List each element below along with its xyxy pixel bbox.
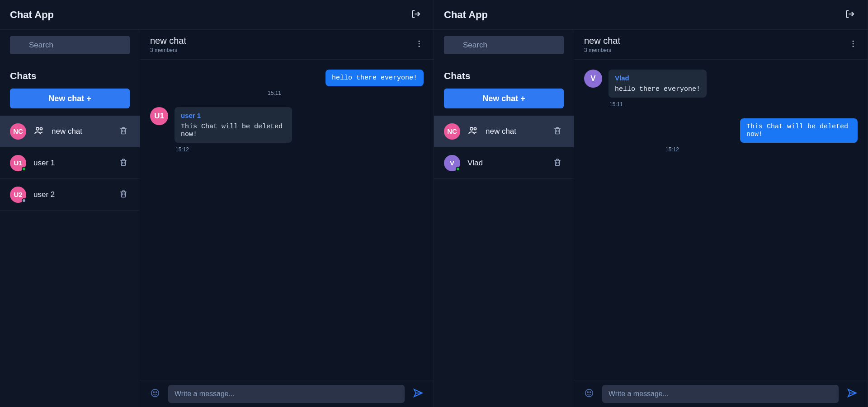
app-title: Chat App xyxy=(444,9,488,21)
message-bubble: This Chat will be deleted now! xyxy=(740,118,858,143)
chat-list-item[interactable]: U2 user 2 xyxy=(0,179,140,211)
emoji-button[interactable] xyxy=(148,386,162,401)
new-chat-button[interactable]: New chat + xyxy=(444,89,564,108)
chat-header: new chat 3 members xyxy=(140,30,434,60)
chat-subtitle: 3 members xyxy=(584,47,620,53)
chat-list-item[interactable]: NC new chat xyxy=(0,116,140,147)
search-input[interactable] xyxy=(28,36,124,54)
svg-point-19 xyxy=(590,392,591,393)
topbar: Chat App xyxy=(434,0,868,30)
emoji-icon xyxy=(150,388,160,398)
logout-button[interactable] xyxy=(408,6,424,23)
send-button[interactable] xyxy=(845,386,859,402)
message-author: Vlad xyxy=(615,74,700,82)
chat-title: new chat xyxy=(584,36,620,46)
input-bar xyxy=(140,380,434,407)
group-icon xyxy=(33,125,44,138)
logout-icon xyxy=(845,9,855,19)
messages: hello there everyone! 15:11 U1 user 1 Th… xyxy=(140,60,434,380)
status-online-icon xyxy=(22,167,26,171)
app-title: Chat App xyxy=(10,9,54,21)
logout-icon xyxy=(411,9,421,19)
message-bubble: Vlad hello there everyone! xyxy=(609,70,707,98)
svg-point-17 xyxy=(585,389,593,397)
new-chat-button[interactable]: New chat + xyxy=(10,89,130,108)
svg-point-12 xyxy=(470,127,473,130)
svg-point-18 xyxy=(587,392,588,393)
message-input[interactable] xyxy=(602,385,839,403)
avatar: U1 xyxy=(150,107,168,125)
chat-name: user 2 xyxy=(33,190,110,199)
message-time: 15:11 xyxy=(268,90,424,96)
chat-area: new chat 3 members V Vlad hello there ev… xyxy=(574,30,868,407)
svg-point-5 xyxy=(419,43,420,45)
message-row: V Vlad hello there everyone! xyxy=(584,70,858,98)
send-icon xyxy=(847,388,858,398)
svg-point-14 xyxy=(853,41,854,42)
chats-label: Chats xyxy=(444,70,564,81)
send-icon xyxy=(413,388,424,398)
svg-point-8 xyxy=(153,392,154,393)
chat-area: new chat 3 members hello there everyone!… xyxy=(140,30,434,407)
avatar: U1 xyxy=(10,155,26,171)
chat-more-button[interactable] xyxy=(412,37,426,52)
chat-list-item[interactable]: NC new chat xyxy=(434,116,574,147)
avatar: NC xyxy=(10,123,26,140)
avatar: V xyxy=(444,155,460,171)
svg-point-16 xyxy=(853,46,854,47)
svg-point-2 xyxy=(36,127,39,130)
svg-point-9 xyxy=(156,392,157,393)
message-time: 15:12 xyxy=(665,146,858,153)
message-author: user 1 xyxy=(181,112,286,119)
message-row: This Chat will be deleted now! xyxy=(584,118,858,143)
message-input[interactable] xyxy=(168,385,405,403)
more-vertical-icon xyxy=(415,39,424,48)
pane-left: Chat App Chats New chat + NC xyxy=(0,0,434,407)
search-wrap xyxy=(10,36,130,54)
trash-icon xyxy=(119,158,128,167)
chat-list-item[interactable]: U1 user 1 xyxy=(0,147,140,179)
message-bubble: hello there everyone! xyxy=(326,70,424,86)
emoji-button[interactable] xyxy=(582,386,596,401)
delete-chat-button[interactable] xyxy=(117,156,130,170)
chat-name: Vlad xyxy=(467,159,544,168)
svg-point-15 xyxy=(853,43,854,45)
group-icon xyxy=(467,125,478,138)
pane-right: Chat App Chats New chat + NC xyxy=(434,0,868,407)
chat-more-button[interactable] xyxy=(846,37,860,52)
delete-chat-button[interactable] xyxy=(117,124,130,138)
delete-chat-button[interactable] xyxy=(117,187,130,201)
chat-list: NC new chat V Vlad xyxy=(434,116,574,407)
logout-button[interactable] xyxy=(842,6,858,23)
input-bar xyxy=(574,380,868,407)
svg-point-3 xyxy=(40,127,42,130)
chats-label: Chats xyxy=(10,70,130,81)
search-wrap xyxy=(444,36,564,54)
message-row: U1 user 1 This Chat will be deleted now! xyxy=(150,107,424,143)
chat-subtitle: 3 members xyxy=(150,47,186,53)
svg-point-7 xyxy=(151,389,159,397)
svg-point-13 xyxy=(474,127,476,130)
trash-icon xyxy=(553,158,562,167)
chat-header: new chat 3 members xyxy=(574,30,868,60)
message-text: This Chat will be deleted now! xyxy=(181,123,283,138)
messages: V Vlad hello there everyone! 15:11 This … xyxy=(574,60,868,380)
avatar: U2 xyxy=(10,187,26,203)
trash-icon xyxy=(119,126,128,135)
content-row: Chats New chat + NC new chat V xyxy=(434,30,868,407)
delete-chat-button[interactable] xyxy=(551,156,564,170)
message-bubble: user 1 This Chat will be deleted now! xyxy=(175,107,292,143)
send-button[interactable] xyxy=(411,386,425,402)
delete-chat-button[interactable] xyxy=(551,124,564,138)
emoji-icon xyxy=(584,388,594,398)
trash-icon xyxy=(553,126,562,135)
chat-name: new chat xyxy=(52,127,110,136)
sidebar: Chats New chat + NC new chat xyxy=(0,30,140,407)
status-offline-icon xyxy=(22,198,26,203)
message-text: hello there everyone! xyxy=(615,85,700,93)
avatar: NC xyxy=(444,123,460,140)
message-time: 15:12 xyxy=(175,146,424,153)
message-time: 15:11 xyxy=(609,101,858,108)
search-input[interactable] xyxy=(462,36,558,54)
chat-list-item[interactable]: V Vlad xyxy=(434,147,574,179)
